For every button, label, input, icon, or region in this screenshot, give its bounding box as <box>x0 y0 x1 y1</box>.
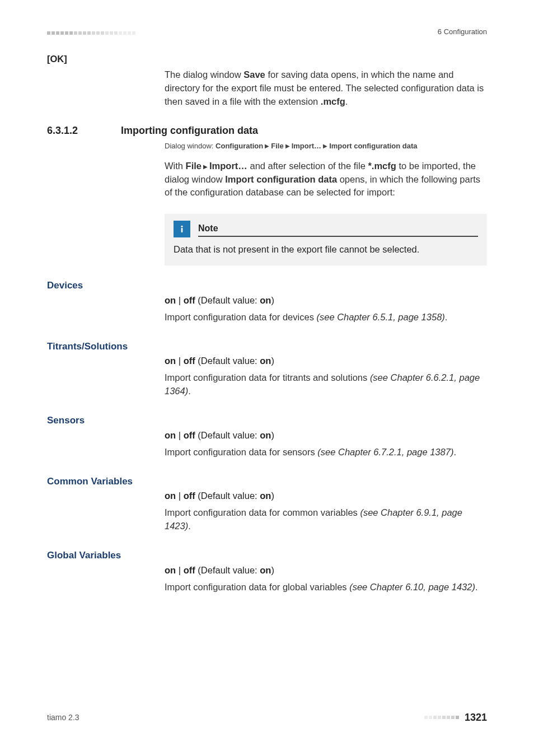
txt-bold: off <box>184 491 195 501</box>
txt-italic: (see Chapter 6.5.1, page 1358) <box>316 312 444 322</box>
txt: . <box>345 96 348 106</box>
triangle-icon: ▶ <box>285 142 290 151</box>
txt-bold: Configuration <box>216 142 263 150</box>
txt: Import configuration data for sensors <box>165 447 317 457</box>
header-chapter: 6 Configuration <box>438 27 487 38</box>
txt: (Default value: <box>195 565 260 575</box>
dialog-window-path: Dialog window: Configuration▶File▶Import… <box>165 141 487 152</box>
field-sensors: Sensors <box>47 413 487 428</box>
txt-italic: (see Chapter 6.7.2.1, page 1387) <box>317 447 453 457</box>
info-icon <box>174 221 190 237</box>
field-label-sensors: Sensors <box>47 413 165 428</box>
devices-paragraph: Import configuration data for devices (s… <box>165 311 487 324</box>
txt-italic: (see Chapter 6.10, page 1432) <box>349 582 475 592</box>
onoff-global: on | off (Default value: on) <box>165 564 487 577</box>
field-common-variables: Common Variables <box>47 474 487 489</box>
txt: Import configuration data for devices <box>165 312 316 322</box>
txt: . <box>475 582 478 592</box>
txt: With <box>165 161 186 171</box>
txt-bold: on <box>260 356 271 366</box>
txt-bold: on <box>165 356 176 366</box>
txt: The dialog window <box>165 69 243 80</box>
txt-bold: Import configuration data <box>329 142 417 150</box>
section-title: Importing configuration data <box>121 123 258 138</box>
txt-bold: Import… <box>292 142 321 150</box>
txt: (Default value: <box>195 491 260 501</box>
txt: (Default value: <box>195 295 260 305</box>
footer: tiamo 2.3 1321 <box>47 710 487 725</box>
txt: . <box>445 312 448 322</box>
txt: . <box>453 447 456 457</box>
onoff-sensors: on | off (Default value: on) <box>165 429 487 442</box>
txt: ) <box>271 356 274 366</box>
section-number: 6.3.1.2 <box>47 123 121 138</box>
note-header: Note <box>174 221 478 237</box>
txt: . <box>188 521 191 531</box>
section-heading: 6.3.1.2 Importing configuration data <box>47 123 487 138</box>
txt-bold: File <box>271 142 283 150</box>
txt-bold: .mcfg <box>321 96 345 106</box>
txt-bold: Save <box>243 69 265 80</box>
note-title: Note <box>198 222 478 235</box>
field-label-common: Common Variables <box>47 474 165 489</box>
svg-point-0 <box>181 226 182 227</box>
triangle-icon: ▶ <box>265 142 269 151</box>
onoff-common: on | off (Default value: on) <box>165 489 487 503</box>
header-bar-left <box>47 31 137 35</box>
txt-bold: Import configuration data <box>225 174 337 184</box>
field-global-variables: Global Variables <box>47 548 487 563</box>
txt: ) <box>271 565 274 575</box>
triangle-icon: ▶ <box>203 163 208 171</box>
note-body: Data that is not present in the export f… <box>174 243 478 256</box>
sensors-paragraph: Import configuration data for sensors (s… <box>165 446 487 459</box>
txt-bold: on <box>260 430 271 440</box>
txt: Import configuration data for global var… <box>165 582 349 592</box>
txt-bold: File <box>186 161 202 171</box>
ok-heading: [OK] <box>47 53 487 66</box>
txt-bold: on <box>165 565 176 575</box>
svg-rect-1 <box>181 228 183 232</box>
common-paragraph: Import configuration data for common var… <box>165 506 487 533</box>
triangle-icon: ▶ <box>323 142 327 151</box>
txt: ) <box>271 430 274 440</box>
field-label-global: Global Variables <box>47 548 165 563</box>
note-underline <box>198 236 478 237</box>
txt-bold: on <box>165 491 176 501</box>
field-titrants: Titrants/Solutions <box>47 339 487 354</box>
import-paragraph: With File▶Import… and after selection of… <box>165 160 487 200</box>
footer-bar <box>424 716 460 719</box>
global-paragraph: Import configuration data for global var… <box>165 581 487 594</box>
txt-bold: on <box>260 491 271 501</box>
txt: (Default value: <box>195 356 260 366</box>
txt: (Default value: <box>195 430 260 440</box>
txt-bold: on <box>260 295 271 305</box>
txt: ) <box>271 491 274 501</box>
ok-paragraph: The dialog window Save for saving data o… <box>165 68 487 109</box>
page-number: 1321 <box>465 710 487 725</box>
footer-left: tiamo 2.3 <box>47 712 79 723</box>
txt: Import configuration data for common var… <box>165 507 360 517</box>
txt-bold: off <box>184 356 195 366</box>
onoff-titrants: on | off (Default value: on) <box>165 354 487 368</box>
field-label-devices: Devices <box>47 278 165 293</box>
txt-bold: Import… <box>209 161 247 171</box>
titrants-paragraph: Import configuration data for titrants a… <box>165 371 487 398</box>
txt: and after selection of the file <box>247 161 368 171</box>
txt-bold: on <box>165 295 176 305</box>
txt-bold: off <box>184 295 195 305</box>
field-label-titrants: Titrants/Solutions <box>47 339 165 354</box>
txt-bold: *.mcfg <box>368 161 396 171</box>
main-content: [OK] The dialog window Save for saving d… <box>47 53 487 609</box>
onoff-devices: on | off (Default value: on) <box>165 294 487 307</box>
txt-bold: off <box>184 565 195 575</box>
txt: . <box>188 386 191 396</box>
txt-bold: on <box>165 430 176 440</box>
txt-bold: on <box>260 565 271 575</box>
txt: Import configuration data for titrants a… <box>165 372 370 382</box>
note-box: Note Data that is not present in the exp… <box>165 214 487 265</box>
txt-bold: off <box>184 430 195 440</box>
txt: ) <box>271 295 274 305</box>
field-devices: Devices <box>47 278 487 293</box>
txt: Dialog window: <box>165 142 216 150</box>
